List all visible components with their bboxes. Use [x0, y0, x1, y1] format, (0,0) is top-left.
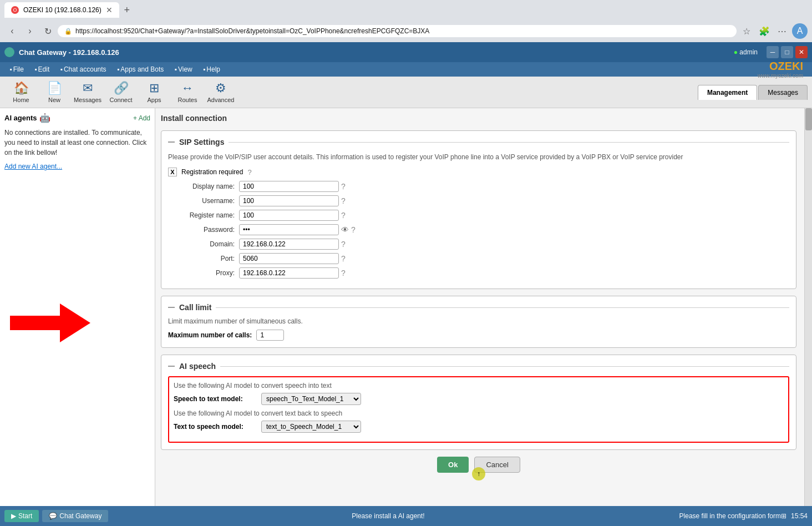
registration-checkbox[interactable]: X	[168, 168, 177, 176]
display-name-input[interactable]	[239, 181, 339, 192]
sidebar-title: AI agents 🤖	[4, 113, 50, 123]
start-button[interactable]: ▶ Start	[4, 510, 39, 522]
toolbar-new-button[interactable]: 📄 New	[38, 79, 71, 105]
advanced-icon: ⚙	[215, 81, 226, 95]
ozeki-logo: OZEKI	[758, 60, 803, 73]
click-cursor: ↑	[472, 467, 485, 481]
app-title: Chat Gateway - 192.168.0.126	[19, 48, 734, 57]
call-limit-title: Call limit	[168, 303, 789, 312]
tab-messages[interactable]: Messages	[758, 85, 808, 100]
connect-icon: 🔗	[114, 81, 129, 95]
domain-help-icon[interactable]: ?	[341, 240, 346, 249]
sidebar-header: AI agents 🤖 + Add	[4, 113, 150, 123]
domain-input[interactable]	[239, 239, 339, 250]
proxy-input[interactable]	[239, 267, 339, 279]
browser-controls: ‹ › ↻ 🔒 https://localhost:9520/Chat+Gate…	[0, 20, 812, 42]
toolbar-messages-button[interactable]: ✉ Messages	[71, 79, 104, 105]
sip-description: Please provide the VoIP/SIP user account…	[168, 152, 789, 162]
menu-help[interactable]: Help	[198, 64, 226, 75]
text-to-speech-label: Text to speech model:	[174, 423, 257, 431]
text-to-speech-select[interactable]: text_to_Speech_Model_1 text_to_Speech_Mo…	[261, 421, 361, 433]
port-row: Port: ?	[168, 253, 789, 264]
start-label: Start	[18, 512, 32, 520]
scrollbar-thumb[interactable]	[805, 108, 812, 130]
app-icon	[4, 47, 14, 57]
display-name-row: Display name: ?	[168, 181, 789, 192]
show-password-icon[interactable]: 👁	[341, 225, 349, 234]
browser-tab[interactable]: O OZEKI 10 (192.168.0.126) ✕	[4, 2, 119, 18]
bookmark-icon[interactable]: ☆	[739, 23, 754, 39]
ai-speech-title: AI speech	[168, 362, 789, 371]
chat-gateway-button[interactable]: 💬 Chat Gateway	[42, 510, 108, 522]
profile-icon[interactable]: A	[792, 23, 808, 39]
toolbar-advanced-button[interactable]: ⚙ Advanced	[204, 79, 237, 105]
add-agent-button[interactable]: + Add	[133, 114, 150, 122]
speech-to-text-select[interactable]: speech_To_Text_Model_1 speech_To_Text_Mo…	[261, 393, 361, 405]
tab-management[interactable]: Management	[698, 85, 757, 100]
main-layout: AI agents 🤖 + Add No connections are ins…	[0, 108, 812, 525]
register-name-label: Register name:	[168, 211, 235, 219]
scrollbar[interactable]	[804, 108, 812, 525]
back-button[interactable]: ‹	[4, 23, 20, 39]
toolbar-home-button[interactable]: 🏠 Home	[4, 79, 38, 105]
gateway-label: Chat Gateway	[59, 512, 101, 520]
username-row: Username: ?	[168, 195, 789, 206]
registration-help-icon[interactable]: ?	[247, 168, 251, 176]
password-label: Password:	[168, 226, 235, 234]
speech-to-text-row: Speech to text model: speech_To_Text_Mod…	[174, 393, 784, 405]
messages-label: Messages	[74, 97, 101, 103]
port-input[interactable]	[239, 253, 339, 264]
content-wrapper: Install connection SIP Settings Please p…	[161, 114, 806, 481]
max-calls-label: Maximum number of calls:	[168, 331, 252, 339]
max-calls-row: Maximum number of calls:	[168, 330, 789, 341]
username-input[interactable]	[239, 195, 339, 206]
toolbar-routes-button[interactable]: ↔ Routes	[171, 79, 204, 105]
arrow-head	[60, 304, 90, 342]
sip-settings-title: SIP Settings	[168, 138, 789, 146]
forward-button[interactable]: ›	[22, 23, 38, 39]
menu-chat-accounts[interactable]: Chat accounts	[55, 64, 111, 75]
add-new-agent-link[interactable]: Add new AI agent...	[4, 163, 62, 170]
registration-required-row: X Registration required ?	[168, 168, 789, 176]
proxy-help-icon[interactable]: ?	[341, 269, 346, 277]
address-bar[interactable]: 🔒 https://localhost:9520/Chat+Gateway/?a…	[58, 25, 737, 37]
close-button[interactable]: ✕	[795, 46, 808, 58]
window-buttons: ─ □ ✕	[767, 46, 808, 58]
register-name-row: Register name: ?	[168, 210, 789, 221]
sidebar: AI agents 🤖 + Add No connections are ins…	[0, 108, 155, 525]
register-name-help-icon[interactable]: ?	[341, 211, 346, 220]
more-icon[interactable]: ⋯	[774, 23, 790, 39]
toolbar-apps-button[interactable]: ⊞ Apps	[138, 79, 171, 105]
tab-close-button[interactable]: ✕	[106, 6, 113, 14]
routes-label: Routes	[178, 97, 197, 103]
lock-icon: 🔒	[64, 28, 72, 35]
call-limit-panel: Call limit Limit maximum number of simul…	[161, 296, 796, 348]
extensions-icon[interactable]: 🧩	[757, 23, 772, 39]
menu-edit[interactable]: Edit	[29, 64, 55, 75]
display-name-help-icon[interactable]: ?	[341, 182, 346, 191]
toolbar-connect-button[interactable]: 🔗 Connect	[104, 79, 138, 105]
new-tab-button[interactable]: +	[119, 2, 135, 18]
red-arrow	[10, 304, 150, 342]
gateway-icon: 💬	[49, 512, 57, 520]
password-input[interactable]	[239, 224, 339, 235]
menu-apps-bots[interactable]: Apps and Bots	[112, 64, 170, 75]
clock: 15:54	[791, 512, 808, 520]
speech-to-text-description: Use the following AI model to convert sp…	[174, 382, 784, 390]
maximize-button[interactable]: □	[781, 46, 793, 58]
statusbar-right: ⊞ 15:54	[781, 512, 808, 520]
speech-to-text-label: Speech to text model:	[174, 395, 257, 403]
start-icon: ▶	[11, 512, 16, 520]
menu-file[interactable]: File	[4, 64, 29, 75]
home-label: Home	[13, 97, 29, 103]
apps-label: Apps	[147, 97, 161, 103]
minimize-button[interactable]: ─	[767, 46, 779, 58]
menu-view[interactable]: View	[169, 64, 197, 75]
username-help-icon[interactable]: ?	[341, 196, 346, 205]
register-name-input[interactable]	[239, 210, 339, 221]
ok-button[interactable]: Ok	[437, 457, 469, 473]
refresh-button[interactable]: ↻	[40, 23, 55, 39]
password-help-icon[interactable]: ?	[351, 225, 356, 234]
max-calls-input[interactable]	[256, 330, 284, 341]
port-help-icon[interactable]: ?	[341, 254, 346, 263]
